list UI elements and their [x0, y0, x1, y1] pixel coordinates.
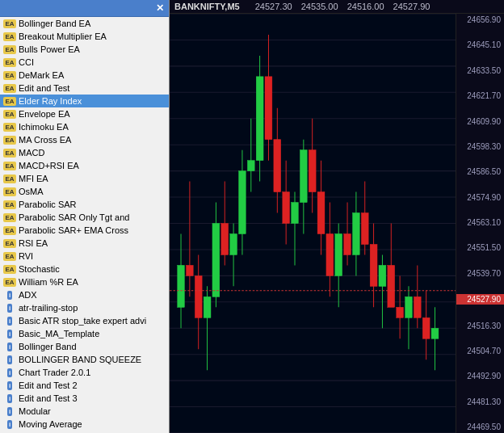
nav-item[interactable]: EABulls Power EA	[0, 43, 169, 56]
nav-item[interactable]: iatr-trailing-stop	[0, 301, 169, 314]
chart-close: 24527.90	[393, 2, 430, 11]
nav-item[interactable]: iADX	[0, 288, 169, 301]
nav-item-label: MFI EA	[19, 174, 48, 183]
nav-item[interactable]: iBasic_MA_Template	[0, 327, 169, 340]
nav-item-icon: i	[3, 380, 16, 391]
nav-item[interactable]: EAStochastic	[0, 263, 169, 275]
nav-item-label: Bollinger Band	[19, 342, 77, 351]
nav-item-label: Basic ATR stop_take expert advi	[19, 316, 146, 326]
svg-rect-59	[352, 213, 359, 255]
nav-item[interactable]: EAMFI EA	[0, 172, 169, 185]
svg-rect-63	[370, 244, 377, 286]
chart-body[interactable]: 24656.9024645.1024633.5024621.7024609.90…	[170, 14, 504, 433]
nav-item[interactable]: EAOsMA	[0, 185, 169, 198]
nav-item-icon: EA	[3, 250, 16, 262]
nav-item[interactable]: iModular	[0, 405, 169, 418]
nav-item-label: Elder Ray Index	[19, 96, 82, 106]
price-label: 24516.30	[456, 322, 504, 330]
price-label: 24586.50	[456, 167, 504, 176]
svg-rect-69	[397, 307, 404, 317]
nav-item-icon: EA	[3, 82, 16, 94]
nav-item-label: Edit and Test 3	[19, 393, 78, 403]
nav-item-label: Parabolic SAR+ EMA Cross	[19, 225, 128, 235]
nav-item-icon: i	[3, 393, 16, 404]
svg-rect-21	[186, 265, 193, 275]
svg-rect-67	[388, 265, 395, 307]
nav-item-icon: EA	[3, 160, 16, 171]
nav-item[interactable]: EAEnvelope EA	[0, 107, 169, 120]
svg-rect-61	[361, 213, 368, 245]
nav-item-label: OsMA	[19, 187, 44, 196]
nav-item[interactable]: EAMA Cross EA	[0, 133, 169, 146]
navigator-header: ✕	[0, 0, 169, 17]
price-label: 24492.90	[456, 372, 504, 380]
svg-rect-33	[238, 171, 246, 234]
svg-rect-39	[265, 77, 272, 140]
nav-item-icon: EA	[3, 134, 16, 145]
nav-item-label: Breakout Multiplier EA	[19, 32, 107, 41]
price-label: 24551.50	[456, 243, 504, 252]
chart-open: 24527.30	[255, 2, 292, 11]
nav-item[interactable]: EARVI	[0, 250, 169, 263]
nav-item-icon: EA	[3, 173, 16, 184]
price-label: 24574.90	[456, 193, 504, 202]
nav-item-label: William %R EA	[19, 277, 78, 287]
price-label: 24539.70	[456, 269, 504, 278]
nav-item-label: BOLLINGER BAND SQUEEZE	[19, 355, 141, 364]
chart-canvas[interactable]	[170, 14, 456, 433]
nav-item[interactable]: EACCI	[0, 56, 169, 69]
nav-item-icon: EA	[3, 18, 16, 29]
price-label: 24645.10	[456, 40, 504, 49]
nav-item[interactable]: EAIchimoku EA	[0, 120, 169, 133]
nav-item[interactable]: EAParabolic SAR	[0, 198, 169, 211]
svg-rect-51	[317, 192, 325, 234]
svg-rect-73	[414, 296, 421, 317]
nav-item-label: Basic_MA_Template	[19, 329, 99, 338]
nav-item-icon: i	[3, 354, 16, 365]
svg-rect-55	[335, 233, 342, 275]
nav-item-label: Edit and Test	[19, 83, 69, 93]
nav-item-label: CCI	[19, 57, 34, 67]
nav-item-label: MA Cross EA	[19, 135, 71, 145]
nav-item[interactable]: EAParabolic SAR Only Tgt and	[0, 211, 169, 224]
nav-item-icon: i	[3, 302, 16, 313]
chart-high: 24535.00	[301, 2, 338, 11]
nav-item-label: Modular	[19, 406, 51, 416]
nav-item-icon: EA	[3, 263, 16, 275]
nav-item-icon: EA	[3, 147, 16, 158]
nav-item[interactable]: EAEdit and Test	[0, 82, 169, 95]
nav-item-label: RVI	[19, 251, 33, 261]
nav-item-label: Ichimoku EA	[19, 122, 69, 132]
nav-item-icon: EA	[3, 238, 16, 249]
nav-item[interactable]: EARSI EA	[0, 237, 169, 250]
price-axis: 24656.9024645.1024633.5024621.7024609.90…	[456, 14, 504, 433]
nav-item[interactable]: EAWilliam %R EA	[0, 275, 169, 288]
nav-item[interactable]: EABreakout Multiplier EA	[0, 30, 169, 43]
nav-item-icon: EA	[3, 225, 16, 236]
navigator-close-button[interactable]: ✕	[156, 2, 164, 14]
navigator-panel: ✕ EABollinger Band EAEABreakout Multipli…	[0, 0, 170, 433]
nav-item[interactable]: iBOLLINGER BAND SQUEEZE	[0, 353, 169, 366]
price-label: 24621.70	[456, 91, 504, 100]
svg-rect-19	[178, 265, 185, 307]
nav-item[interactable]: EAMACD+RSI EA	[0, 159, 169, 172]
nav-item[interactable]: EAParabolic SAR+ EMA Cross	[0, 224, 169, 237]
nav-item-icon: EA	[3, 121, 16, 132]
nav-item-icon: EA	[3, 57, 16, 68]
nav-item[interactable]: EADeMark EA	[0, 69, 169, 82]
nav-item-label: MACD	[19, 148, 44, 158]
chart-header: BANKNIFTY,M5 24527.30 24535.00 24516.00 …	[170, 0, 504, 14]
nav-item-icon: EA	[3, 31, 16, 42]
nav-item[interactable]: EABollinger Band EA	[0, 17, 169, 30]
nav-item-label: DeMark EA	[19, 70, 64, 80]
nav-item[interactable]: iEdit and Test 2	[0, 379, 169, 392]
nav-item[interactable]: EAMACD	[0, 146, 169, 159]
nav-item-label: Parabolic SAR Only Tgt and	[19, 212, 129, 222]
nav-item[interactable]: iMoving Average	[0, 418, 169, 431]
nav-item[interactable]: EAElder Ray Index	[0, 95, 169, 107]
nav-item-label: ADX	[19, 290, 37, 300]
nav-item[interactable]: iChart Trader 2.0.1	[0, 366, 169, 379]
nav-item[interactable]: iBollinger Band	[0, 340, 169, 353]
nav-item[interactable]: iEdit and Test 3	[0, 392, 169, 405]
nav-item[interactable]: iBasic ATR stop_take expert advi	[0, 314, 169, 327]
